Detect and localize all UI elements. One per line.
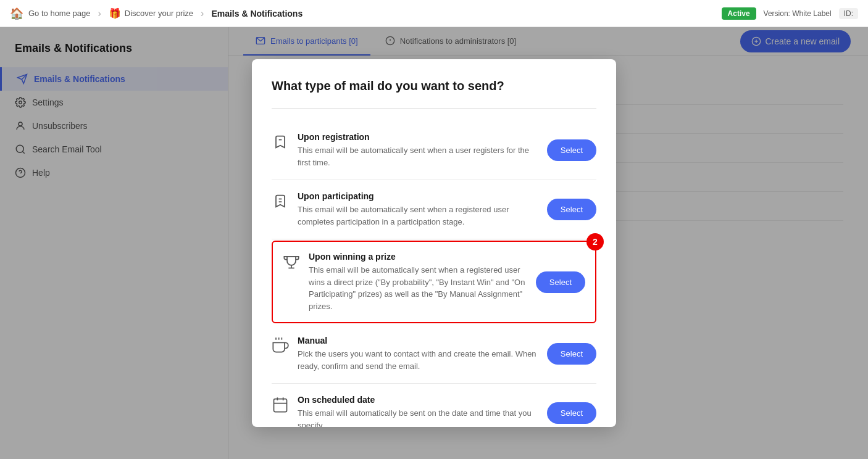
campaign-breadcrumb: 🎁 Discover your prize	[109, 7, 193, 19]
annotation-badge-2: 2	[586, 233, 604, 250]
campaign-label: Discover your prize	[125, 9, 193, 18]
select-btn-registration[interactable]: Select	[547, 139, 596, 161]
email-type-left-participating: Upon participating This email will be au…	[272, 191, 537, 228]
id-label: ID:	[839, 8, 858, 19]
arrow-svg	[866, 27, 868, 72]
layout: Emails & Notifications Emails & Notifica…	[0, 27, 868, 459]
calendar-icon	[272, 396, 289, 413]
email-type-left-registration: Upon registration This email will be aut…	[272, 132, 537, 168]
email-type-title-scheduled: On scheduled date	[298, 395, 537, 405]
home-link[interactable]: Go to home page	[28, 9, 90, 18]
email-type-upon-registration: Upon registration This email will be aut…	[272, 121, 596, 180]
email-type-info-scheduled: On scheduled date This email will automa…	[298, 395, 537, 426]
email-type-manual: Manual Pick the users you want to contac…	[272, 325, 596, 384]
breadcrumb-sep-2: ›	[201, 8, 204, 19]
email-type-desc-scheduled: This email will automatically be sent on…	[298, 407, 537, 426]
topbar: 🏠 Go to home page › 🎁 Discover your priz…	[0, 0, 868, 27]
email-type-desc-winning: This email will be automatically sent wh…	[309, 264, 526, 312]
active-badge: Active	[722, 7, 756, 20]
trophy-icon	[283, 253, 300, 270]
modal-dialog: What type of mail do you want to send? U…	[252, 59, 616, 426]
email-type-desc-registration: This email will be automatically sent wh…	[298, 144, 537, 168]
select-btn-winning[interactable]: Select	[536, 271, 585, 293]
email-type-desc-manual: Pick the users you want to contact with …	[298, 348, 537, 372]
manual-icon	[272, 337, 289, 354]
registration-icon	[272, 133, 289, 151]
svg-rect-23	[274, 399, 287, 412]
email-type-title-participating: Upon participating	[298, 191, 537, 201]
email-type-info-winning: Upon winning a prize This email will be …	[309, 252, 526, 312]
email-type-title-winning: Upon winning a prize	[309, 252, 526, 262]
current-page-label: Emails & Notifications	[211, 9, 303, 19]
email-type-upon-winning: Upon winning a prize This email will be …	[272, 241, 596, 323]
modal-divider	[272, 108, 596, 109]
select-btn-scheduled[interactable]: Select	[547, 402, 596, 424]
select-btn-participating[interactable]: Select	[547, 199, 596, 220]
modal-title: What type of mail do you want to send?	[272, 79, 596, 93]
email-type-info-participating: Upon participating This email will be au…	[298, 191, 537, 228]
modal-overlay: What type of mail do you want to send? U…	[228, 27, 868, 459]
topbar-right: Active Version: White Label ID:	[722, 7, 858, 20]
breadcrumb-sep-1: ›	[98, 8, 101, 19]
email-type-info-registration: Upon registration This email will be aut…	[298, 132, 537, 168]
email-type-left-scheduled: On scheduled date This email will automa…	[272, 395, 537, 426]
campaign-icon: 🎁	[109, 7, 121, 19]
email-type-title-manual: Manual	[298, 336, 537, 345]
home-label: Go to home page	[28, 9, 90, 18]
email-type-upon-participating: Upon participating This email will be au…	[272, 180, 596, 239]
email-type-info-manual: Manual Pick the users you want to contac…	[298, 336, 537, 372]
email-type-left-manual: Manual Pick the users you want to contac…	[272, 336, 537, 372]
version-label: Version: White Label	[764, 9, 832, 18]
main-content: Emails to participants [0] Notifications…	[228, 27, 868, 459]
email-type-desc-participating: This email will be automatically sent wh…	[298, 204, 537, 228]
email-type-title-registration: Upon registration	[298, 132, 537, 142]
select-btn-manual[interactable]: Select	[547, 343, 596, 365]
email-type-scheduled: On scheduled date This email will automa…	[272, 384, 596, 426]
participating-icon	[272, 192, 289, 210]
home-icon: 🏠	[10, 7, 23, 20]
email-type-left-winning: Upon winning a prize This email will be …	[283, 252, 526, 312]
